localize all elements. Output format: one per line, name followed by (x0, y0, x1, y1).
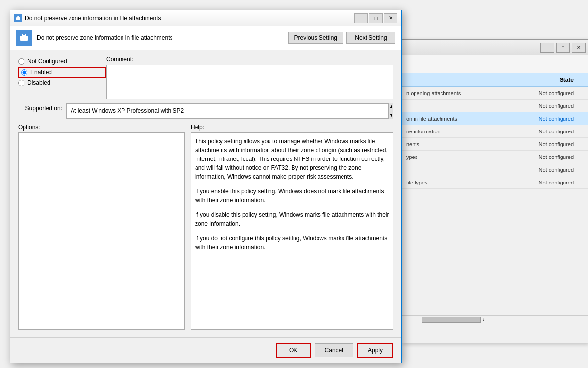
disabled-radio[interactable] (18, 80, 24, 86)
row-state: Not configured (539, 154, 574, 160)
comment-section: Comment: (106, 56, 393, 99)
table-row[interactable]: ne information Not configured (402, 125, 588, 138)
options-help-row: Options: Help: This policy setting allow… (18, 124, 393, 330)
enabled-label: Enabled (30, 69, 52, 76)
table-row[interactable]: Not configured (402, 100, 588, 112)
row-label: nents (406, 141, 465, 147)
bg-table-header: State (402, 73, 588, 87)
policy-icon (16, 30, 32, 46)
svg-rect-2 (17, 16, 19, 18)
bg-toolbar (402, 55, 588, 73)
supported-scrollbar[interactable]: ▲ ▼ (389, 103, 393, 119)
not-configured-radio[interactable] (18, 58, 24, 65)
next-setting-button[interactable]: Next Setting (346, 32, 395, 44)
supported-on-row: Supported on: At least Windows XP Profes… (18, 103, 393, 119)
dialog-header: Do not preserve zone information in file… (10, 26, 401, 50)
dialog-win-controls[interactable]: — □ ✕ (354, 13, 397, 23)
policy-settings-dialog: Do not preserve zone information in file… (10, 10, 402, 363)
row-state: Not configured (539, 141, 574, 147)
bg-win-controls[interactable]: — □ ✕ (540, 43, 586, 53)
background-window: — □ ✕ State n opening attachments Not co… (402, 39, 588, 343)
options-box (18, 132, 185, 330)
help-box: This policy setting allows you to manage… (191, 132, 393, 330)
ok-button[interactable]: OK (276, 343, 311, 358)
dialog-close-button[interactable]: ✕ (384, 13, 397, 23)
table-row[interactable]: ypes Not configured (402, 151, 588, 163)
table-row-highlighted[interactable]: on in file attachments Not configured (402, 112, 588, 125)
row-state: Not configured (539, 103, 574, 109)
supported-on-label: Supported on: (18, 103, 62, 112)
radio-comment-row: Not Configured Enabled Disabled Comment: (18, 56, 393, 99)
options-label: Options: (18, 124, 185, 131)
not-configured-label: Not Configured (27, 58, 67, 65)
dialog-header-buttons[interactable]: Previous Setting Next Setting (288, 32, 395, 44)
dialog-minimize-button[interactable]: — (354, 13, 368, 23)
table-row[interactable]: file types Not configured (402, 176, 588, 189)
help-section: Help: This policy setting allows you to … (191, 124, 393, 330)
disabled-radio-item[interactable]: Disabled (18, 79, 106, 86)
help-paragraph-2: If you enable this policy setting, Windo… (195, 187, 389, 205)
dialog-footer: OK Cancel Apply (10, 337, 401, 363)
row-label: ypes (406, 154, 465, 160)
table-row[interactable]: nents Not configured (402, 138, 588, 151)
scroll-down-arrow[interactable]: ▼ (389, 113, 393, 118)
supported-on-content: At least Windows XP Professional with SP… (66, 103, 389, 119)
cancel-button[interactable]: Cancel (315, 343, 353, 357)
row-state: Not configured (539, 167, 574, 173)
dialog-maximize-button[interactable]: □ (369, 13, 383, 23)
row-state: Not configured (539, 129, 574, 134)
comment-textarea[interactable] (106, 65, 393, 99)
state-column-header: State (560, 77, 574, 83)
table-row[interactable]: n opening attachments Not configured (402, 87, 588, 100)
row-state: Not configured (539, 180, 574, 185)
row-state: Not configured (539, 116, 574, 122)
bg-titlebar: — □ ✕ (402, 40, 588, 55)
dialog-titlebar: Do not preserve zone information in file… (10, 10, 401, 26)
row-state: Not configured (539, 90, 574, 96)
dialog-title-icon (14, 14, 22, 22)
dialog-body: Not Configured Enabled Disabled Comment:… (10, 50, 401, 336)
previous-setting-button[interactable]: Previous Setting (288, 32, 343, 44)
disabled-label: Disabled (27, 79, 50, 86)
comment-label: Comment: (106, 56, 393, 63)
radio-section: Not Configured Enabled Disabled (18, 56, 106, 99)
apply-button[interactable]: Apply (357, 343, 393, 358)
help-paragraph-4: If you do not configure this policy sett… (195, 234, 389, 252)
help-paragraph-3: If you disable this policy setting, Wind… (195, 210, 389, 228)
help-paragraph-1: This policy setting allows you to manage… (195, 137, 389, 181)
scroll-up-arrow[interactable]: ▲ (389, 104, 393, 109)
enabled-radio-item[interactable]: Enabled (18, 67, 106, 78)
dialog-header-title: Do not preserve zone information in file… (37, 34, 288, 41)
row-label: on in file attachments (406, 116, 465, 122)
bg-scroll-thumb[interactable] (422, 317, 481, 323)
svg-rect-6 (23, 33, 25, 35)
row-label: n opening attachments (406, 90, 465, 96)
row-label: file types (406, 180, 465, 185)
bg-minimize-button[interactable]: — (540, 43, 554, 53)
dialog-title-text: Do not preserve zone information in file… (25, 15, 354, 22)
supported-on-value: At least Windows XP Professional with SP… (69, 105, 386, 116)
supported-on-wrapper: At least Windows XP Professional with SP… (66, 103, 393, 119)
not-configured-radio-item[interactable]: Not Configured (18, 58, 106, 65)
options-section: Options: (18, 124, 185, 330)
table-row[interactable]: Not configured (402, 163, 588, 176)
bg-horizontal-scrollbar[interactable]: › (402, 315, 588, 323)
help-label: Help: (191, 124, 393, 131)
bg-maximize-button[interactable]: □ (556, 43, 570, 53)
bg-close-button[interactable]: ✕ (572, 43, 586, 53)
row-label: ne information (406, 129, 465, 134)
enabled-radio[interactable] (21, 69, 27, 76)
